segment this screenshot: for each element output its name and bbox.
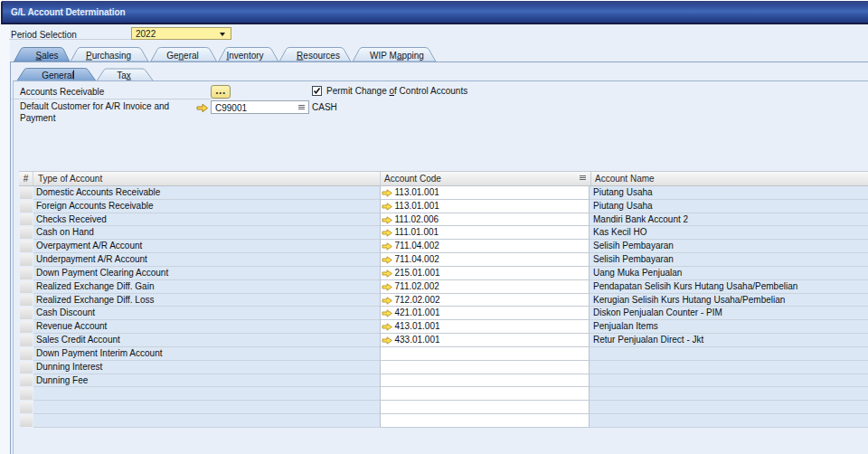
svg-text:WIP Mapping: WIP Mapping <box>370 51 424 61</box>
svg-text:General: General <box>42 71 74 80</box>
svg-text:General: General <box>166 51 199 61</box>
svg-text:Tax: Tax <box>117 71 131 80</box>
svg-text:Purchasing: Purchasing <box>86 51 131 61</box>
svg-text:Inventory: Inventory <box>226 51 263 61</box>
svg-text:Sales: Sales <box>35 51 58 61</box>
svg-text:Resources: Resources <box>297 51 340 61</box>
